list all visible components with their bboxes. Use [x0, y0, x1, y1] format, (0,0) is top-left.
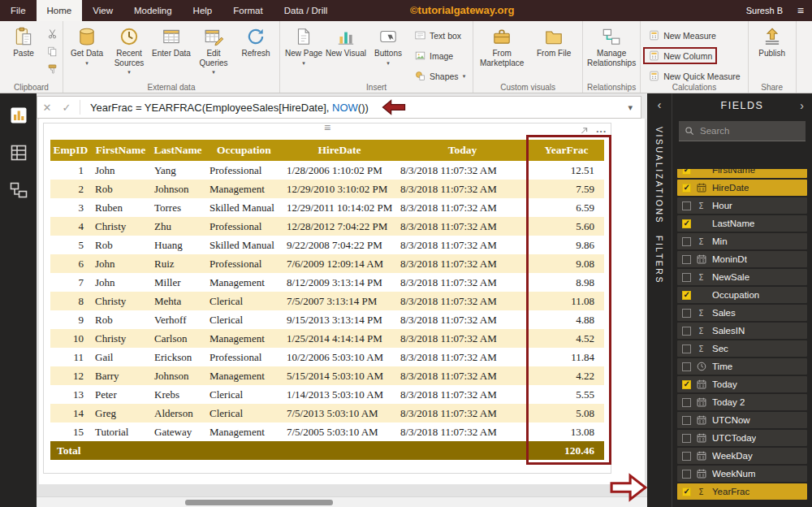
table-visual[interactable]: ≡ ··· EmpIDFirstNameLastNameOccupationHi… [43, 123, 611, 474]
expand-fields-icon[interactable]: › [800, 99, 804, 112]
field-item[interactable]: WeekNum [677, 466, 807, 482]
tab-filters[interactable]: FILTERS [654, 236, 664, 284]
formula-input[interactable]: YearFrac = YEARFRAC(EmployeeSales[HireDa… [90, 102, 369, 114]
field-item[interactable]: YearFrac [677, 483, 807, 500]
relationships-group: Manage Relationships Relationships [583, 21, 641, 93]
commit-icon[interactable]: ✓ [57, 102, 76, 114]
field-checkbox[interactable] [682, 398, 691, 407]
menu-icon[interactable]: ≡ [797, 0, 804, 21]
field-checkbox[interactable] [682, 380, 691, 389]
field-item[interactable]: Time [677, 358, 807, 375]
column-header: FirstName [91, 144, 150, 157]
ribbon-button[interactable]: Shapes ▾ [409, 67, 470, 84]
manage-relationships-button[interactable]: Manage Relationships [585, 24, 637, 77]
sigma-icon [696, 200, 707, 211]
field-checkbox[interactable] [682, 470, 691, 479]
ribbon-button[interactable]: Recent Sources ▾ [108, 24, 150, 77]
ribbon-button[interactable]: Image ▾ [409, 47, 458, 64]
share-group: Publish Share [749, 21, 797, 93]
menu-tab[interactable]: File [0, 0, 37, 21]
menu-tab[interactable]: Modeling [123, 0, 183, 21]
field-item[interactable]: FirstName [677, 169, 807, 178]
field-checkbox[interactable] [682, 416, 691, 425]
format-painter-icon[interactable] [46, 63, 58, 76]
field-item[interactable]: UTCNow [677, 412, 807, 428]
field-item[interactable]: HireDate [677, 180, 807, 196]
paste-button[interactable]: Paste [2, 24, 45, 77]
ribbon-button[interactable]: Enter Data ▾ [150, 24, 192, 77]
calendar-icon [696, 396, 707, 408]
ribbon-button[interactable]: From Marketplace [476, 24, 528, 77]
field-checkbox[interactable] [682, 362, 691, 371]
calculation-button[interactable]: New Quick Measure [643, 67, 745, 84]
tab-visualizations[interactable]: VISUALIZATIONS [654, 127, 664, 224]
field-checkbox[interactable] [682, 291, 691, 300]
field-checkbox[interactable] [682, 273, 691, 282]
copy-icon[interactable] [46, 46, 58, 58]
field-checkbox[interactable] [682, 434, 691, 443]
field-checkbox[interactable] [682, 327, 691, 336]
field-checkbox[interactable] [682, 184, 691, 193]
field-item[interactable]: Sec [677, 340, 807, 357]
field-checkbox[interactable] [682, 255, 691, 264]
search-input[interactable] [700, 126, 801, 136]
cut-icon[interactable] [46, 28, 58, 40]
field-item[interactable]: Hour [677, 197, 807, 214]
menu-tab[interactable]: Format [222, 0, 273, 21]
field-checkbox[interactable] [682, 219, 691, 228]
ribbon-button[interactable]: Refresh ▾ [235, 24, 277, 77]
field-checkbox[interactable] [682, 488, 691, 496]
table-row: 7JohnMillerManagement8/12/2009 3:13:14 P… [50, 273, 604, 292]
field-item[interactable]: MoninDt [677, 251, 807, 267]
menu-tab[interactable]: Home [37, 0, 83, 21]
field-item[interactable]: UTCToday [677, 430, 807, 446]
field-checkbox[interactable] [682, 202, 691, 210]
collapse-panel-icon[interactable]: ‹ [647, 93, 672, 115]
field-item[interactable]: LastName [677, 215, 807, 232]
field-item[interactable]: WeekDay [677, 448, 807, 464]
cancel-icon[interactable]: ✕ [37, 102, 57, 114]
chart-icon [335, 26, 356, 47]
formula-expand-caret[interactable]: ▾ [628, 102, 633, 113]
field-item[interactable]: SalesIN [677, 323, 807, 339]
horizontal-scrollbar[interactable] [37, 496, 647, 507]
field-checkbox[interactable] [682, 169, 691, 175]
ribbon-button[interactable]: From File [528, 24, 580, 77]
calculation-button[interactable]: New Column [643, 47, 717, 64]
calculation-button[interactable]: New Measure [643, 27, 721, 44]
field-item[interactable]: Sales [677, 305, 807, 321]
report-view-button[interactable] [6, 103, 31, 128]
ribbon-button[interactable]: Buttons ▾ [367, 24, 409, 77]
annotation-arrow-left [380, 98, 408, 116]
more-options-icon[interactable]: ··· [596, 128, 607, 136]
model-view-icon [9, 180, 28, 200]
drag-handle[interactable]: ≡ [324, 121, 330, 134]
model-view-button[interactable] [6, 178, 31, 202]
field-item[interactable]: Min [677, 233, 807, 249]
field-item[interactable]: Occupation [677, 287, 807, 303]
ribbon-button[interactable]: Edit Queries ▾ [192, 24, 235, 77]
ribbon-button[interactable]: New Visual ▾ [325, 24, 367, 77]
field-item[interactable]: Today 2 [677, 394, 807, 410]
menu-tab[interactable]: View [82, 0, 123, 21]
scrollbar-thumb[interactable] [185, 500, 333, 505]
field-checkbox[interactable] [682, 344, 691, 353]
field-checkbox[interactable] [682, 237, 691, 246]
briefcase-icon [491, 26, 512, 47]
ribbon-button[interactable]: Text box ▾ [409, 27, 466, 44]
field-checkbox[interactable] [682, 309, 691, 318]
data-view-button[interactable] [6, 141, 31, 165]
menu-tab[interactable]: Data / Drill [274, 0, 339, 21]
menu-tab[interactable]: Help [183, 0, 223, 21]
field-item[interactable]: NewSale [677, 269, 807, 285]
column-header: YearFrac [529, 144, 604, 157]
ribbon-button[interactable]: New Page ▾ [283, 24, 325, 77]
field-item[interactable]: Today [677, 376, 807, 392]
sigma-icon [696, 325, 707, 336]
paste-icon [13, 26, 34, 47]
field-checkbox[interactable] [682, 452, 691, 461]
focus-mode-icon[interactable] [578, 125, 590, 137]
calendar-icon [696, 414, 707, 426]
publish-button[interactable]: Publish [751, 24, 793, 77]
ribbon-button[interactable]: Get Data ▾ [66, 24, 108, 77]
